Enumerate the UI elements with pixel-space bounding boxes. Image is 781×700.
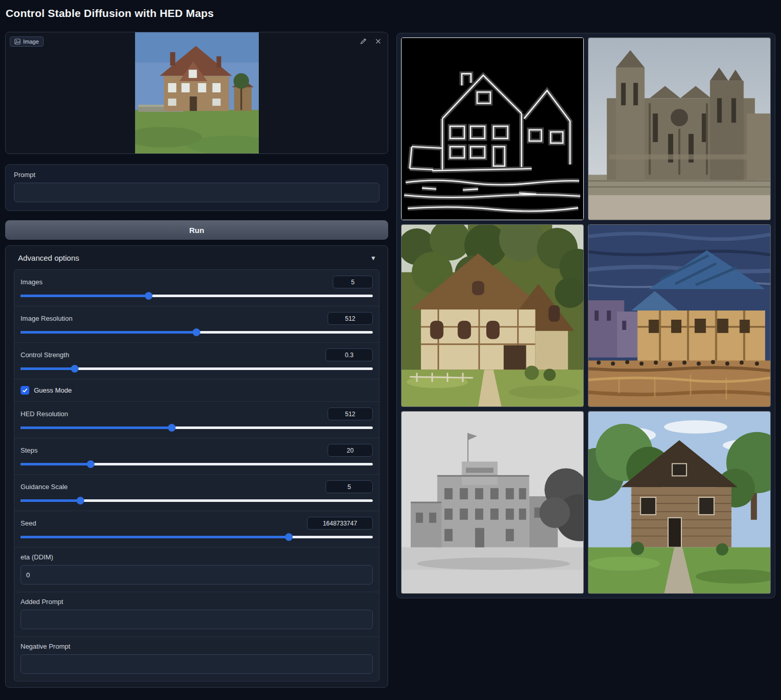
gallery-item-4[interactable] [588, 224, 771, 407]
seed-label: Seed [21, 519, 36, 527]
chevron-down-icon: ▼ [370, 255, 376, 262]
grayscale-building-image [402, 412, 583, 593]
image-resolution-label: Image Resolution [21, 315, 72, 322]
negative-prompt-control: Negative Prompt [14, 637, 379, 681]
seed-value-input[interactable] [307, 517, 373, 530]
eta-label: eta (DDIM) [21, 553, 373, 561]
image-label-badge[interactable]: Image [10, 36, 44, 47]
seed-slider[interactable] [21, 533, 373, 541]
control-strength-slider-fill [21, 367, 75, 370]
guess-mode-label[interactable]: Guess Mode [34, 386, 72, 394]
negative-prompt-label: Negative Prompt [21, 643, 373, 650]
eta-input[interactable] [21, 565, 373, 585]
steps-slider-fill [21, 463, 91, 465]
control-strength-slider[interactable] [21, 365, 373, 373]
advanced-options-header[interactable]: Advanced options ▼ [6, 246, 388, 268]
check-icon [22, 387, 28, 393]
added-prompt-input[interactable] [21, 610, 373, 629]
negative-prompt-input[interactable] [21, 654, 373, 674]
close-icon [375, 38, 382, 45]
image-resolution-slider-fill [21, 331, 197, 334]
seed-slider-thumb[interactable] [285, 533, 293, 541]
painterly-building-image [588, 225, 770, 406]
guidance-scale-control: Guidance Scale [14, 475, 379, 511]
image-icon [14, 38, 21, 45]
steps-value-input[interactable] [328, 444, 373, 457]
hed-resolution-slider-fill [21, 426, 172, 429]
guidance-scale-value-input[interactable] [326, 480, 373, 493]
eta-control: eta (DDIM) [14, 548, 379, 592]
control-strength-control: Control Strength [14, 343, 379, 379]
seed-control: Seed [14, 511, 379, 548]
guess-mode-control: Guess Mode [14, 379, 379, 402]
pencil-icon [360, 37, 367, 45]
guidance-scale-label: Guidance Scale [21, 483, 68, 491]
added-prompt-control: Added Prompt [14, 592, 379, 637]
gallery-item-3[interactable] [401, 224, 584, 407]
images-value-input[interactable] [333, 276, 373, 288]
prompt-input[interactable] [14, 183, 379, 202]
image-label: Image [23, 38, 39, 45]
image-resolution-value-input[interactable] [328, 312, 373, 325]
cathedral-image [588, 38, 770, 220]
image-actions [358, 35, 384, 47]
cottage-painting-image [402, 225, 583, 406]
gallery-item-1[interactable] [401, 37, 584, 220]
hed-resolution-slider-thumb[interactable] [168, 424, 176, 432]
advanced-options-form: Images Image Resolution [14, 269, 379, 682]
images-slider-fill [21, 295, 149, 297]
prompt-block: Prompt [5, 164, 388, 211]
advanced-options-title: Advanced options [18, 254, 79, 262]
page-title: Control Stable Diffusion with HED Maps [6, 7, 214, 20]
steps-slider-thumb[interactable] [87, 460, 94, 468]
image-resolution-slider[interactable] [21, 328, 373, 336]
steps-control: Steps [14, 438, 379, 475]
images-control: Images [14, 270, 379, 306]
gallery-item-5[interactable] [401, 411, 584, 594]
advanced-options-accordion: Advanced options ▼ Images Image Resoluti… [5, 245, 388, 688]
guidance-scale-slider-fill [21, 499, 81, 502]
steps-slider[interactable] [21, 460, 373, 468]
guess-mode-checkbox[interactable] [21, 386, 29, 395]
images-slider-thumb[interactable] [145, 292, 153, 300]
control-strength-label: Control Strength [21, 351, 69, 359]
hed-map-image [402, 38, 583, 220]
guidance-scale-slider[interactable] [21, 497, 373, 504]
seed-slider-fill [21, 536, 289, 538]
hed-resolution-slider[interactable] [21, 424, 373, 432]
app-page: Control Stable Diffusion with HED Maps [0, 0, 781, 700]
image-resolution-slider-thumb[interactable] [193, 328, 200, 336]
result-gallery [396, 33, 775, 598]
gallery-item-6[interactable] [588, 411, 771, 594]
clear-image-button[interactable] [372, 35, 384, 47]
added-prompt-label: Added Prompt [21, 598, 373, 606]
steps-label: Steps [21, 446, 37, 454]
images-label: Images [21, 278, 43, 286]
images-slider[interactable] [21, 292, 373, 300]
image-resolution-control: Image Resolution [14, 306, 379, 343]
guidance-scale-slider-thumb[interactable] [77, 497, 84, 504]
control-strength-value-input[interactable] [326, 348, 373, 361]
run-button[interactable]: Run [5, 220, 388, 240]
prompt-label: Prompt [14, 171, 379, 179]
wooden-house-image [588, 412, 770, 593]
hed-resolution-label: HED Resolution [21, 410, 68, 418]
input-image [135, 32, 259, 153]
edit-image-button[interactable] [358, 35, 369, 47]
control-strength-slider-thumb[interactable] [71, 365, 79, 373]
image-upload-block[interactable]: Image [5, 32, 388, 154]
gallery-item-2[interactable] [588, 37, 771, 220]
hed-resolution-control: HED Resolution [14, 402, 379, 438]
hed-resolution-value-input[interactable] [328, 407, 373, 420]
